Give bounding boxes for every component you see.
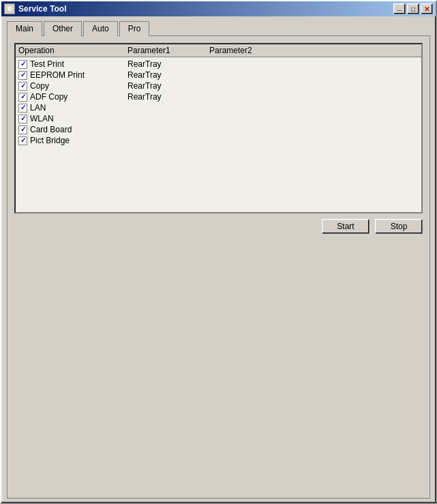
list-header: Operation Parameter1 Parameter2: [16, 44, 421, 57]
close-button[interactable]: [421, 3, 433, 14]
tab-main[interactable]: Main: [7, 21, 42, 36]
maximize-button[interactable]: [407, 3, 419, 14]
table-row: WLAN: [16, 113, 421, 124]
table-row: Test PrintRearTray: [16, 59, 421, 70]
stop-button[interactable]: Stop: [375, 219, 423, 234]
row-checkbox[interactable]: [18, 104, 27, 113]
row-param1: RearTray: [127, 92, 209, 102]
main-window: ⚙ Service Tool Main Other Auto Pro Opera…: [0, 0, 437, 504]
row-checkbox[interactable]: [18, 71, 27, 80]
row-operation: Pict Bridge: [30, 136, 70, 145]
title-bar: ⚙ Service Tool: [1, 1, 436, 16]
row-operation: ADF Copy: [30, 92, 67, 102]
row-checkbox[interactable]: [18, 136, 27, 145]
table-row: Pict Bridge: [16, 135, 421, 146]
window-title: Service Tool: [18, 4, 66, 14]
row-operation: EEPROM Print: [30, 70, 85, 80]
row-param1: RearTray: [127, 70, 209, 80]
minimize-button[interactable]: [393, 3, 406, 14]
header-param2: Parameter2: [209, 46, 291, 55]
row-checkbox[interactable]: [18, 60, 27, 69]
app-icon: ⚙: [4, 3, 15, 14]
window-content: Main Other Auto Pro Operation Parameter1…: [1, 16, 436, 503]
row-operation: Copy: [30, 81, 49, 91]
table-row: Card Board: [16, 124, 421, 135]
title-bar-text: ⚙ Service Tool: [4, 3, 66, 14]
table-row: EEPROM PrintRearTray: [16, 70, 421, 80]
table-row: ADF CopyRearTray: [16, 91, 421, 102]
title-bar-controls: [393, 3, 433, 14]
tab-bar: Main Other Auto Pro: [7, 20, 430, 35]
start-button[interactable]: Start: [322, 219, 370, 234]
header-param1: Parameter1: [127, 46, 209, 55]
table-row: LAN: [16, 102, 421, 113]
tab-pro[interactable]: Pro: [119, 21, 150, 36]
tab-other[interactable]: Other: [44, 21, 82, 36]
header-operation: Operation: [18, 46, 127, 55]
row-checkbox[interactable]: [18, 93, 27, 102]
row-operation: Card Board: [30, 125, 72, 134]
tab-auto[interactable]: Auto: [83, 21, 118, 36]
row-checkbox[interactable]: [18, 125, 27, 134]
row-checkbox[interactable]: [18, 115, 27, 123]
row-operation: LAN: [30, 103, 46, 113]
table-row: CopyRearTray: [16, 80, 421, 91]
buttons-row: Start Stop: [14, 219, 423, 234]
row-operation: WLAN: [30, 114, 54, 123]
list-rows: Test PrintRearTrayEEPROM PrintRearTrayCo…: [16, 57, 421, 147]
row-operation: Test Print: [30, 59, 64, 69]
row-param1: RearTray: [127, 59, 209, 69]
row-param1: RearTray: [127, 81, 209, 91]
operations-list: Operation Parameter1 Parameter2 Test Pri…: [14, 43, 423, 213]
row-checkbox[interactable]: [18, 82, 27, 91]
tab-content: Operation Parameter1 Parameter2 Test Pri…: [7, 35, 430, 499]
